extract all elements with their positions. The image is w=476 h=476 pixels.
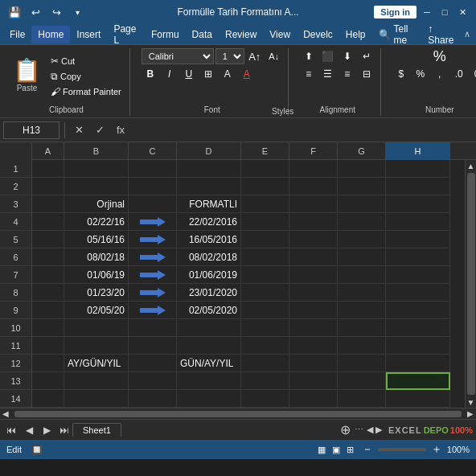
cell-r13c1[interactable] [64, 372, 129, 390]
cell-r2c2[interactable] [129, 178, 177, 195]
cell-r10c5[interactable] [289, 319, 338, 337]
cell-r13c7[interactable] [386, 372, 450, 390]
row-num-4[interactable]: 4 [0, 213, 31, 231]
col-header-g[interactable]: G [338, 142, 386, 160]
cell-r5c1[interactable]: 05/16/16 [64, 231, 129, 248]
cell-r7c5[interactable] [289, 266, 338, 284]
view-page-icon[interactable]: ▣ [332, 445, 340, 455]
sign-in-button[interactable]: Sign in [374, 6, 416, 18]
cell-r14c3[interactable] [177, 390, 241, 408]
scroll-thumb-v[interactable] [467, 173, 475, 395]
cell-r9c2[interactable] [129, 302, 177, 319]
cell-r10c6[interactable] [338, 319, 386, 337]
sheet-nav-prev[interactable]: ◀ [21, 422, 37, 438]
cell-r11c0[interactable] [32, 337, 64, 355]
cell-r8c1[interactable]: 01/23/20 [64, 284, 129, 302]
cell-r1c7[interactable] [386, 160, 450, 178]
menu-insert[interactable]: Insert [70, 26, 107, 43]
cell-r12c4[interactable] [241, 355, 289, 372]
sheet-nav-first[interactable]: ⏮ [3, 422, 19, 438]
cell-r4c4[interactable] [241, 213, 289, 231]
cell-r5c2[interactable] [129, 231, 177, 248]
cell-r14c5[interactable] [289, 390, 338, 408]
row-num-14[interactable]: 14 [0, 390, 31, 408]
zoom-slider[interactable] [378, 448, 426, 451]
cell-r4c3[interactable]: 22/02/2016 [177, 213, 241, 231]
formula-input[interactable] [133, 121, 473, 139]
cell-r5c3[interactable]: 16/05/2016 [177, 231, 241, 248]
row-num-7[interactable]: 7 [0, 266, 31, 284]
cell-r3c4[interactable] [241, 195, 289, 213]
col-header-h[interactable]: H [386, 142, 450, 160]
font-size-select[interactable]: 11 [215, 48, 244, 64]
cell-r8c7[interactable] [386, 284, 450, 302]
fill-color-btn[interactable]: A [219, 66, 236, 82]
scroll-left-btn[interactable]: ◀ [0, 408, 11, 420]
cell-r4c6[interactable] [338, 213, 386, 231]
cell-r11c6[interactable] [338, 337, 386, 355]
cell-r14c1[interactable] [64, 390, 129, 408]
cell-r13c6[interactable] [338, 372, 386, 390]
border-button[interactable]: ⊞ [199, 66, 217, 82]
paste-button[interactable]: 📋 Paste [8, 48, 46, 104]
menu-view[interactable]: View [263, 26, 297, 43]
scrollbar-v[interactable]: ▲ ▼ [465, 160, 476, 408]
menu-data[interactable]: Data [186, 26, 219, 43]
cell-r14c0[interactable] [32, 390, 64, 408]
cell-r10c4[interactable] [241, 319, 289, 337]
sheet-nav-last[interactable]: ⏭ [56, 422, 72, 438]
cell-r7c6[interactable] [338, 266, 386, 284]
align-left-btn[interactable]: ≡ [300, 66, 318, 82]
row-num-6[interactable]: 6 [0, 248, 31, 266]
cell-r1c3[interactable] [177, 160, 241, 178]
cell-r2c1[interactable] [64, 178, 129, 195]
scroll-thumb-h[interactable] [14, 411, 462, 417]
cell-r7c7[interactable] [386, 266, 450, 284]
cell-r2c0[interactable] [32, 178, 64, 195]
cell-r14c7[interactable] [386, 390, 450, 408]
cell-r6c6[interactable] [338, 248, 386, 266]
format-painter-button[interactable]: 🖌 Format Painter [47, 84, 125, 99]
sheet-options-btn[interactable]: ⋯ [355, 425, 363, 435]
increase-font-btn[interactable]: A↑ [246, 48, 264, 64]
cell-r9c0[interactable] [32, 302, 64, 319]
sheet-nav-arrows[interactable]: ◀ ▶ [367, 425, 382, 435]
underline-button[interactable]: U [180, 66, 198, 82]
cell-r8c5[interactable] [289, 284, 338, 302]
cell-r14c6[interactable] [338, 390, 386, 408]
cell-r8c3[interactable]: 23/01/2020 [177, 284, 241, 302]
cell-r12c3[interactable]: GÜN/AY/YIL [177, 355, 241, 372]
cut-button[interactable]: ✂ Cut [47, 54, 125, 68]
col-header-b[interactable]: B [64, 142, 129, 160]
cell-r1c6[interactable] [338, 160, 386, 178]
add-sheet-button[interactable]: ⊕ [337, 421, 355, 439]
cell-r3c3[interactable]: FORMATLI [177, 195, 241, 213]
cell-r4c2[interactable] [129, 213, 177, 231]
row-num-3[interactable]: 3 [0, 195, 31, 213]
view-preview-icon[interactable]: ⊞ [347, 445, 354, 455]
cell-r12c7[interactable] [386, 355, 450, 372]
merge-btn[interactable]: ⊟ [358, 66, 375, 82]
cell-r2c7[interactable] [386, 178, 450, 195]
cell-r3c7[interactable] [386, 195, 450, 213]
cell-r3c5[interactable] [289, 195, 338, 213]
cell-r11c7[interactable] [386, 337, 450, 355]
align-right-btn[interactable]: ≡ [339, 66, 356, 82]
cell-r9c7[interactable] [386, 302, 450, 319]
cell-r6c4[interactable] [241, 248, 289, 266]
cell-r10c2[interactable] [129, 319, 177, 337]
decrease-decimal-btn[interactable]: 0. [470, 66, 476, 82]
cell-r3c1[interactable]: Orjinal [64, 195, 129, 213]
cell-r8c4[interactable] [241, 284, 289, 302]
cell-r1c5[interactable] [289, 160, 338, 178]
align-bottom-btn[interactable]: ⬇ [339, 48, 356, 64]
cell-r5c4[interactable] [241, 231, 289, 248]
cell-r7c4[interactable] [241, 266, 289, 284]
redo-icon[interactable]: ↪ [48, 4, 64, 20]
cell-r13c0[interactable] [32, 372, 64, 390]
copy-button[interactable]: ⧉ Copy [47, 69, 125, 84]
scroll-up-btn[interactable]: ▲ [466, 160, 477, 171]
currency-btn[interactable]: $ [392, 66, 410, 82]
menu-review[interactable]: Review [219, 26, 263, 43]
cell-r7c1[interactable]: 01/06/19 [64, 266, 129, 284]
